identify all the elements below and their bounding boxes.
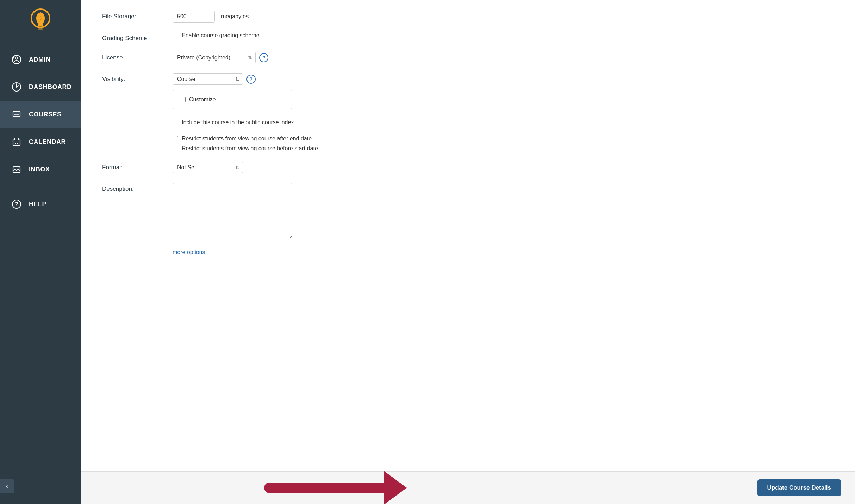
description-controls	[173, 183, 834, 239]
grading-scheme-checkbox[interactable]	[173, 33, 178, 38]
grading-scheme-controls: Enable course grading scheme	[173, 32, 834, 39]
svg-rect-11	[17, 143, 18, 144]
visibility-label: Visibility:	[102, 73, 173, 83]
svg-point-5	[13, 58, 14, 59]
sidebar-item-calendar[interactable]: CALENDAR	[0, 128, 81, 156]
sidebar-item-courses[interactable]: COURSES	[0, 101, 81, 128]
more-options-spacer	[102, 249, 173, 252]
restrict-controls: Restrict students from viewing course af…	[173, 136, 834, 152]
license-controls: Private (Copyrighted) Public Domain CC A…	[173, 52, 834, 63]
customize-checkbox[interactable]	[180, 97, 186, 102]
sidebar-item-help[interactable]: ? HELP	[0, 190, 81, 218]
sidebar-navigation: ADMIN DASHBOARD	[0, 46, 81, 218]
sidebar-collapse-button[interactable]: ‹	[0, 479, 14, 493]
courses-icon	[11, 108, 23, 120]
sidebar-item-dashboard[interactable]: DASHBOARD	[0, 73, 81, 101]
restrict-after-checkbox[interactable]	[173, 136, 178, 141]
grading-scheme-row: Grading Scheme: Enable course grading sc…	[102, 32, 834, 42]
inbox-icon	[11, 163, 23, 175]
collapse-icon: ‹	[6, 483, 8, 490]
sidebar-item-help-label: HELP	[29, 201, 46, 208]
license-help-icon[interactable]: ?	[259, 53, 268, 62]
svg-point-4	[15, 57, 18, 59]
admin-icon	[11, 53, 23, 65]
visibility-help-icon[interactable]: ?	[246, 75, 256, 84]
description-label: Description:	[102, 183, 173, 193]
format-select-wrap: Not Set On Campus Online Blended ⇅	[173, 162, 243, 173]
format-row: Format: Not Set On Campus Online Blended…	[102, 162, 834, 173]
description-row: Description:	[102, 183, 834, 239]
visibility-row: Visibility: Course Institution Public ⇅ …	[102, 73, 834, 109]
sidebar-item-dashboard-label: DASHBOARD	[29, 83, 72, 91]
license-row: License Private (Copyrighted) Public Dom…	[102, 52, 834, 63]
sidebar-item-calendar-label: CALENDAR	[29, 138, 66, 146]
sidebar-item-admin[interactable]: ADMIN	[0, 46, 81, 73]
include-index-spacer	[102, 119, 173, 122]
sidebar-item-admin-label: ADMIN	[29, 56, 51, 63]
restrict-after-checkbox-label[interactable]: Restrict students from viewing course af…	[173, 136, 312, 142]
bottom-bar: Update Course Details	[81, 471, 855, 504]
more-options-controls: more options	[173, 249, 834, 256]
include-index-row: Include this course in the public course…	[102, 119, 834, 126]
format-label: Format:	[102, 162, 173, 171]
license-label: License	[102, 52, 173, 61]
svg-text:?: ?	[15, 201, 19, 207]
sidebar-item-inbox-label: INBOX	[29, 166, 50, 173]
customize-checkbox-text: Customize	[189, 96, 216, 103]
include-index-checkbox[interactable]	[173, 120, 178, 125]
file-storage-label: File Storage:	[102, 11, 173, 20]
sidebar-divider	[7, 187, 74, 187]
arrow-annotation	[264, 471, 407, 504]
restrict-after-row: Restrict students from viewing course af…	[102, 136, 834, 152]
format-select[interactable]: Not Set On Campus Online Blended	[173, 162, 243, 173]
restrict-after-text: Restrict students from viewing course af…	[182, 136, 312, 142]
visibility-select[interactable]: Course Institution Public	[173, 73, 243, 85]
restrict-before-checkbox[interactable]	[173, 146, 178, 151]
sidebar-item-courses-label: COURSES	[29, 111, 62, 118]
include-index-text: Include this course in the public course…	[182, 119, 294, 126]
calendar-icon	[11, 136, 23, 148]
sidebar: ADMIN DASHBOARD	[0, 0, 81, 504]
grading-scheme-label: Grading Scheme:	[102, 32, 173, 42]
description-textarea[interactable]	[173, 183, 292, 239]
restrict-before-text: Restrict students from viewing course be…	[182, 145, 318, 152]
more-options-row: more options	[102, 249, 834, 256]
grading-scheme-checkbox-text: Enable course grading scheme	[182, 32, 260, 39]
include-index-controls: Include this course in the public course…	[173, 119, 834, 126]
svg-point-7	[16, 86, 17, 88]
license-select[interactable]: Private (Copyrighted) Public Domain CC A…	[173, 52, 256, 63]
restrict-after-spacer	[102, 136, 173, 138]
visibility-controls: Course Institution Public ⇅ ? Customize	[173, 73, 834, 109]
megabytes-label: megabytes	[221, 13, 249, 20]
course-settings-form: File Storage: megabytes Grading Scheme: …	[81, 0, 855, 471]
license-select-wrap: Private (Copyrighted) Public Domain CC A…	[173, 52, 256, 63]
format-controls: Not Set On Campus Online Blended ⇅	[173, 162, 834, 173]
more-options-link[interactable]: more options	[173, 249, 205, 256]
include-index-checkbox-label[interactable]: Include this course in the public course…	[173, 119, 294, 126]
file-storage-row: File Storage: megabytes	[102, 11, 834, 23]
help-icon: ?	[11, 198, 23, 210]
sidebar-item-inbox[interactable]: INBOX	[0, 156, 81, 183]
arrow-head	[384, 471, 407, 504]
file-storage-input[interactable]	[173, 11, 215, 23]
svg-rect-10	[15, 143, 16, 144]
visibility-select-wrap: Course Institution Public ⇅	[173, 73, 243, 85]
customize-box: Customize	[173, 90, 292, 109]
main-content: File Storage: megabytes Grading Scheme: …	[81, 0, 855, 504]
svg-rect-9	[13, 139, 20, 145]
arrow-body	[264, 483, 384, 493]
update-course-details-button[interactable]: Update Course Details	[757, 479, 841, 496]
grading-scheme-checkbox-label[interactable]: Enable course grading scheme	[173, 32, 260, 39]
dashboard-icon	[11, 81, 23, 93]
restrict-before-checkbox-label[interactable]: Restrict students from viewing course be…	[173, 145, 318, 152]
file-storage-controls: megabytes	[173, 11, 834, 23]
customize-checkbox-label[interactable]: Customize	[180, 96, 285, 103]
sidebar-logo	[26, 7, 55, 35]
